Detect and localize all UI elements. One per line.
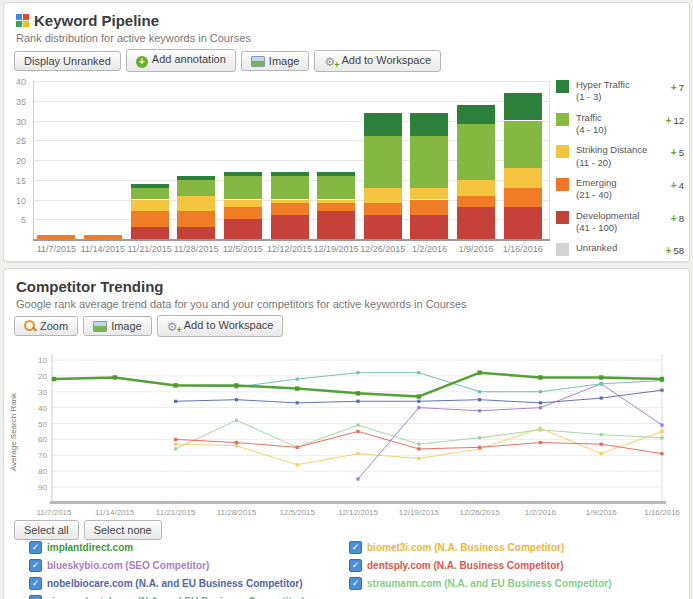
legend-delta-value: 8: [679, 213, 684, 224]
trend-line-biomet3i.com: [176, 428, 662, 465]
data-point-marker: [356, 400, 359, 403]
competitor-legend-item[interactable]: ✓nobelbiocare.com (N.A. and EU Business …: [29, 577, 305, 590]
checkbox-icon[interactable]: ✓: [29, 541, 42, 554]
data-point-marker: [356, 371, 359, 374]
legend-name: Traffic: [576, 112, 666, 124]
data-point-marker: [356, 423, 359, 426]
competitor-legend-left: ✓implantdirect.com✓blueskybio.com (SEO C…: [29, 541, 305, 599]
x-axis-date-label: 12/19/2015: [399, 508, 440, 517]
data-point-marker: [660, 430, 663, 433]
y-axis-tick-label: 10: [8, 196, 26, 206]
bar-segment: [224, 200, 262, 208]
plot-right-border: [549, 81, 550, 239]
add-to-workspace-button[interactable]: ⚙+Add to Workspace: [157, 315, 284, 337]
bar-segment: [317, 172, 355, 176]
gridline: [33, 101, 550, 102]
bar-segment: [131, 184, 169, 188]
data-point-marker: [600, 382, 603, 385]
data-point-marker: [295, 386, 299, 390]
bar-segment: [131, 211, 169, 227]
legend-swatch: [556, 243, 569, 256]
checkbox-icon[interactable]: ✓: [29, 577, 42, 590]
legend-delta: +12: [666, 115, 684, 126]
plus-badge-icon: +: [176, 324, 181, 336]
competitor-legend-item[interactable]: ✓biomet3i.com (N.A. Business Competitor): [349, 541, 611, 554]
data-point-marker: [296, 446, 299, 449]
legend-delta-value: 4: [679, 180, 684, 191]
data-point-marker: [660, 377, 664, 381]
checkbox-icon[interactable]: ✓: [29, 559, 42, 572]
data-point-marker: [234, 383, 238, 387]
competitor-legend-label: straumann.com (N.A. and EU Business Comp…: [367, 578, 611, 589]
x-axis-date-label: 1/16/2016: [493, 244, 553, 254]
legend-label: Unranked: [576, 242, 666, 254]
data-point-marker: [417, 406, 420, 409]
data-point-marker: [235, 398, 238, 401]
data-point-marker: [660, 379, 663, 382]
legend-select-toolbar: Select allSelect none: [14, 520, 167, 540]
competitor-legend-label: blueskybio.com (SEO Competitor): [47, 560, 209, 571]
data-point-marker: [235, 385, 238, 388]
data-point-marker: [417, 400, 420, 403]
image-icon: [93, 321, 107, 332]
legend-range: (1 - 3): [576, 91, 671, 103]
data-point-marker: [478, 447, 481, 450]
legend-name: Striking Distance: [576, 144, 671, 156]
legend-swatch: [556, 80, 569, 93]
checkbox-icon[interactable]: ✓: [349, 541, 362, 554]
competitor-trending-chart: 102030405060708090Average Search Rank11/…: [4, 344, 691, 529]
legend-name: Unranked: [576, 242, 666, 254]
data-point-marker: [417, 457, 420, 460]
data-point-marker: [539, 401, 542, 404]
data-point-marker: [477, 371, 481, 375]
bar-segment: [131, 200, 169, 212]
checkbox-icon[interactable]: ✓: [29, 595, 42, 599]
bar-segment: [504, 188, 542, 208]
competitor-legend-item[interactable]: ✓blueskybio.com (SEO Competitor): [29, 559, 305, 572]
competitor-legend-item[interactable]: ✓implantdirect.com: [29, 541, 305, 554]
y-axis-tick-label: 20: [8, 156, 26, 166]
data-point-marker: [600, 397, 603, 400]
competitor-legend-item[interactable]: ✓zimmerdental.com (N.A. and EU Business …: [29, 595, 305, 599]
checkbox-icon[interactable]: ✓: [349, 577, 362, 590]
select-all-button[interactable]: Select all: [14, 520, 79, 540]
data-point-marker: [173, 383, 177, 387]
legend-delta: +5: [671, 147, 684, 158]
legend-item: Striking Distance(11 - 20)+5: [556, 144, 684, 169]
button-label: Select none: [94, 524, 152, 536]
legend-range: (11 - 20): [576, 157, 671, 169]
y-axis-tick-label: 60: [38, 435, 47, 444]
legend-item: Traffic(4 - 10)+12: [556, 112, 684, 137]
x-axis-line: [33, 239, 550, 241]
select-none-button[interactable]: Select none: [84, 520, 162, 540]
bar-segment: [317, 203, 355, 211]
rank-distribution-legend: Hyper Traffic(1 - 3)+7Traffic(4 - 10)+12…: [556, 79, 684, 264]
bar-segment: [364, 203, 402, 215]
bar-segment: [410, 136, 448, 187]
checkbox-icon[interactable]: ✓: [349, 559, 362, 572]
y-axis-tick-label: 70: [38, 451, 47, 460]
legend-delta: +4: [671, 180, 684, 191]
competitor-legend-label: biomet3i.com (N.A. Business Competitor): [367, 542, 564, 553]
plus-icon: +: [671, 180, 677, 191]
bar-segment: [504, 207, 542, 239]
data-point-marker: [600, 443, 603, 446]
y-axis-tick-label: 30: [8, 117, 26, 127]
legend-label: Striking Distance(11 - 20): [576, 144, 671, 169]
zoom-button[interactable]: Zoom: [14, 316, 78, 336]
bar-segment: [457, 105, 495, 125]
bar-segment: [410, 200, 448, 216]
competitor-legend-item[interactable]: ✓straumann.com (N.A. and EU Business Com…: [349, 577, 611, 590]
image-button[interactable]: Image: [83, 316, 152, 336]
data-point-marker: [600, 452, 603, 455]
x-axis-date-label: 12/26/2015: [460, 508, 501, 517]
data-point-marker: [356, 430, 359, 433]
bar-segment: [271, 172, 309, 176]
data-point-marker: [296, 401, 299, 404]
legend-delta-value: 12: [673, 115, 684, 126]
competitor-legend-item[interactable]: ✓dentsply.com (N.A. Business Competitor): [349, 559, 611, 572]
x-axis-date-label: 11/7/2015: [37, 508, 73, 517]
data-point-marker: [599, 375, 603, 379]
data-point-marker: [539, 428, 542, 431]
gridline: [33, 81, 550, 82]
